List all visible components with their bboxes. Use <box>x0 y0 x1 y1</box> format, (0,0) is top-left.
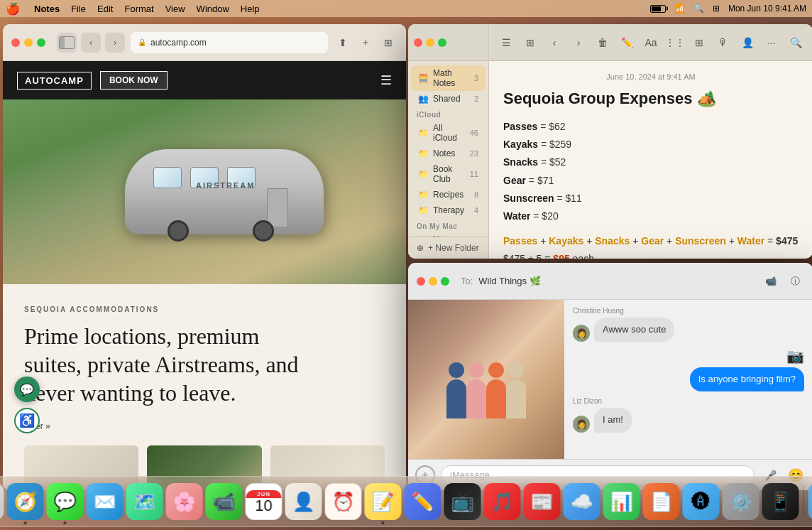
notes-list-view-button[interactable]: ☰ <box>496 33 516 53</box>
notes-fullscreen-button[interactable] <box>438 38 446 47</box>
notes-content-area[interactable]: June 10, 2024 at 9:41 AM Sequoia Group E… <box>489 61 812 259</box>
dock-maps[interactable]: 🗺️ <box>126 483 163 520</box>
notes-sidebar-header <box>408 24 488 61</box>
shared-folder[interactable]: 👥 Shared 2 <box>411 91 485 107</box>
note-snacks-line: Snacks = $52 <box>503 153 799 171</box>
notes-audio-button[interactable]: 🎙 <box>713 33 733 53</box>
bookclub-count: 11 <box>470 170 478 178</box>
notes-format-button[interactable]: ⋮⋮ <box>665 33 685 53</box>
browser-fullscreen-button[interactable] <box>37 38 45 47</box>
battery-icon <box>650 5 666 13</box>
notes-font-button[interactable]: Aa <box>641 33 661 53</box>
notes-more-button[interactable]: ··· <box>762 33 781 53</box>
dock-safari[interactable]: 🧭 <box>7 483 44 520</box>
facetime-icon: 📹 <box>213 491 236 513</box>
notes-window: 🧮 Math Notes 3 👥 Shared 2 iCloud 📁 All i… <box>408 24 812 259</box>
notes-minimize-button[interactable] <box>426 38 434 47</box>
browser-address-bar[interactable]: 🔒 autocamp.com <box>131 32 328 53</box>
browser-minimize-button[interactable] <box>24 38 33 47</box>
dock-calendar[interactable]: JUN 10 <box>246 483 282 520</box>
book-now-button[interactable]: BOOK NOW <box>100 71 168 90</box>
dock-mail[interactable]: ✉️ <box>87 483 124 520</box>
freeform-icon: ✏️ <box>412 491 434 513</box>
person-4-head <box>508 362 524 378</box>
messages-minimize-button[interactable] <box>429 277 437 286</box>
airstream-left-wheel <box>168 220 189 242</box>
menubar-format[interactable]: Format <box>124 4 153 14</box>
dock-iphone-mirroring[interactable]: 📱 <box>762 483 799 520</box>
gear-value: = $71 <box>529 175 554 186</box>
math-notes-folder[interactable]: 🧮 Math Notes 3 <box>411 65 485 91</box>
notes-forward-button[interactable]: › <box>569 33 588 53</box>
iphone-icon: 📱 <box>769 491 792 513</box>
dock-facetime[interactable]: 📹 <box>206 483 243 520</box>
notes-search-button[interactable]: 🔍 <box>786 33 806 53</box>
menubar-window[interactable]: Window <box>197 4 229 14</box>
filter-button[interactable]: Filter » <box>24 421 385 431</box>
search-icon[interactable]: 🔍 <box>693 4 704 13</box>
browser-sidebar-button[interactable] <box>57 33 77 53</box>
chat-button[interactable]: 💬 <box>14 377 40 402</box>
on-my-mac-section-header: On My Mac <box>408 218 488 232</box>
notes-back-button[interactable]: ‹ <box>544 33 564 53</box>
music-icon: 🎵 <box>491 491 514 513</box>
browser-new-tab-button[interactable]: ＋ <box>356 33 375 52</box>
dock-music[interactable]: 🎵 <box>484 483 521 520</box>
messages-video-button[interactable]: 📹 <box>762 272 780 291</box>
hamburger-menu-icon[interactable]: ☰ <box>380 72 392 88</box>
notes-sidebar-sections: 🧮 Math Notes 3 👥 Shared 2 iCloud 📁 All i… <box>408 61 488 237</box>
notes-folder[interactable]: 📁 Notes 23 <box>411 146 485 161</box>
apple-menu[interactable]: 🍎 <box>6 2 20 16</box>
menubar-view[interactable]: View <box>165 4 185 14</box>
notes-close-button[interactable] <box>414 38 422 47</box>
dock-freeform[interactable]: ✏️ <box>405 483 441 520</box>
sum-sunscreen: Sunscreen <box>675 235 726 247</box>
dock-numbers[interactable]: 📊 <box>603 483 640 520</box>
notes-sidebar: 🧮 Math Notes 3 👥 Shared 2 iCloud 📁 All i… <box>408 24 489 259</box>
messages-fullscreen-button[interactable] <box>441 277 449 286</box>
dock-messages[interactable]: 💬 <box>47 483 84 520</box>
menubar-file[interactable]: File <box>71 4 86 14</box>
mac-notes-folder[interactable]: 📁 Notes 9 <box>411 232 485 237</box>
messages-close-button[interactable] <box>417 277 425 286</box>
control-center-icon[interactable]: ⊞ <box>713 4 720 13</box>
browser-share-button[interactable]: ⬆ <box>334 33 352 52</box>
notes-table-button[interactable]: ⊞ <box>689 33 709 53</box>
notes-grid-view-button[interactable]: ⊞ <box>520 33 540 53</box>
new-folder-button[interactable]: ⊕ + New Folder <box>408 237 488 259</box>
dock-tv[interactable]: 📺 <box>444 483 481 520</box>
dock-news[interactable]: 📰 <box>524 483 561 520</box>
notes-folder-count: 23 <box>470 149 478 158</box>
people-silhouettes <box>446 362 526 418</box>
menubar-app-name[interactable]: Notes <box>34 4 60 14</box>
browser-close-button[interactable] <box>11 38 20 47</box>
notes-compose-button[interactable]: ✏️ <box>617 33 637 53</box>
shared-icon: 👥 <box>418 94 429 104</box>
browser-tabs-button[interactable]: ⊞ <box>379 33 397 52</box>
dock-archive[interactable]: 🗂️ <box>808 483 813 520</box>
dock-system-preferences[interactable]: ⚙️ <box>723 483 759 520</box>
therapy-folder[interactable]: 📁 Therapy 4 <box>411 202 485 218</box>
wifi-icon: 📶 <box>674 4 685 13</box>
all-icloud-folder[interactable]: 📁 All iCloud 46 <box>411 120 485 146</box>
water-value: = $20 <box>533 210 558 222</box>
browser-back-button[interactable]: ‹ <box>81 33 101 53</box>
bookclub-folder[interactable]: 📁 Book Club 11 <box>411 161 485 187</box>
dock-photos[interactable]: 🌸 <box>166 483 203 520</box>
menubar-help[interactable]: Help <box>241 4 260 14</box>
dock-contacts[interactable]: 👤 <box>285 483 322 520</box>
notes-share-button[interactable]: 👤 <box>737 33 757 53</box>
notes-delete-button[interactable]: 🗑 <box>593 33 613 53</box>
browser-window: ‹ › 🔒 autocamp.com ⬆ ＋ ⊞ AUTOCAMP BOOK N… <box>3 24 406 490</box>
menubar-edit[interactable]: Edit <box>97 4 113 14</box>
dock-reminders[interactable]: ⏰ <box>325 483 362 520</box>
dock-appstore[interactable]: 🅐 <box>683 483 720 520</box>
dock-launchpad[interactable]: 🚀 <box>0 483 4 520</box>
browser-forward-button[interactable]: › <box>105 33 125 53</box>
dock-pages[interactable]: 📄 <box>643 483 680 520</box>
dock-notes[interactable]: 📝 <box>365 483 402 520</box>
accessibility-button[interactable]: ♿ <box>14 408 40 433</box>
recipes-folder[interactable]: 📁 Recipes 8 <box>411 187 485 202</box>
messages-info-button[interactable]: ⓘ <box>786 272 804 291</box>
dock-icloud[interactable]: ☁️ <box>564 483 600 520</box>
